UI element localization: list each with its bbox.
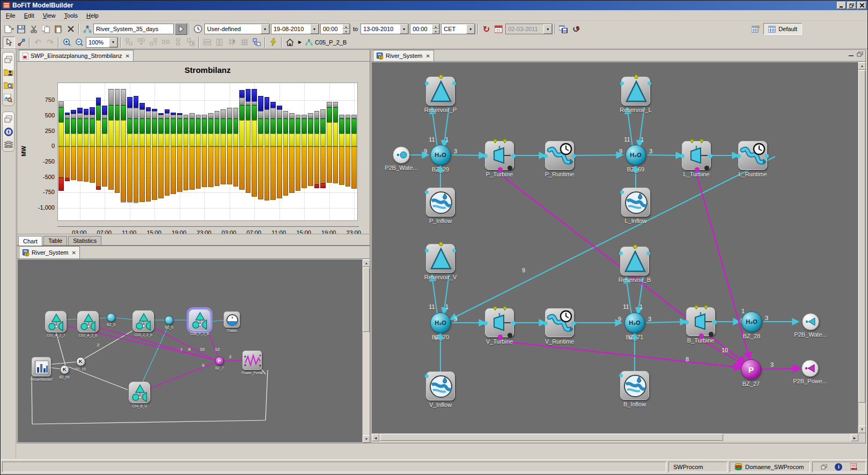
chart-view-tab-statistics[interactable]: Statistics xyxy=(68,236,101,245)
chevron-down-icon[interactable]: ▼ xyxy=(466,24,475,34)
node-v-runtime[interactable] xyxy=(545,308,574,337)
save-domain-button[interactable] xyxy=(557,23,570,35)
node-bz-6[interactable] xyxy=(165,316,173,324)
chevron-down-icon[interactable]: ▼ xyxy=(400,24,408,34)
date-to-select[interactable]: 13-09-2010▼ xyxy=(361,24,409,34)
model-name-input[interactable] xyxy=(93,24,174,34)
node-p-runtime[interactable] xyxy=(545,141,574,170)
report-icon[interactable] xyxy=(850,463,857,470)
node-bz-71[interactable]: H₂O xyxy=(624,313,645,333)
zoom-in-button[interactable] xyxy=(61,36,73,48)
menu-tools[interactable]: Tools xyxy=(60,11,82,20)
menu-view[interactable]: View xyxy=(39,11,60,20)
period-mode-select[interactable]: User-defined▼ xyxy=(204,24,270,34)
mini-vertical-scrollbar[interactable]: ▲ ▼ xyxy=(362,259,370,443)
restore-pane-icon[interactable] xyxy=(4,56,13,63)
restore-pane-icon[interactable] xyxy=(4,115,13,123)
node-l-inflow[interactable] xyxy=(621,188,650,217)
close-button[interactable] xyxy=(857,2,866,9)
menu-edit[interactable]: Edit xyxy=(20,11,39,20)
mini-diagram-canvas[interactable]: 781012632 C01_A_2_J C02_A_2_bBZ_5 C03_J_… xyxy=(18,259,363,442)
folder-user-icon[interactable] xyxy=(4,68,13,76)
connector-tool-button[interactable] xyxy=(15,36,27,48)
node-power-portal[interactable] xyxy=(242,351,262,370)
node-v-inflow[interactable] xyxy=(426,372,455,400)
restore-pane-icon[interactable] xyxy=(857,51,863,57)
node-bz-15[interactable]: K xyxy=(76,357,85,366)
node-bz-5[interactable] xyxy=(107,313,115,322)
default-view-button[interactable]: Default xyxy=(763,23,802,35)
node-reservoir-v[interactable] xyxy=(426,244,455,273)
breadcrumb-expand-icon[interactable]: ▶ xyxy=(296,36,304,48)
node-p-inflow[interactable] xyxy=(426,188,455,217)
image-search-icon[interactable] xyxy=(4,94,13,102)
main-diagram-canvas[interactable]: 11193111939111361119361931083 Reservoir_… xyxy=(372,62,858,433)
chart-view-tab-chart[interactable]: Chart xyxy=(18,236,42,246)
node-p-turbine[interactable] xyxy=(485,141,514,170)
date-from-select[interactable]: 19-08-2010▼ xyxy=(271,24,319,34)
node-p2b-power-out[interactable] xyxy=(801,360,819,377)
spin-down-icon[interactable]: ▼ xyxy=(432,29,439,34)
new-document-button[interactable] xyxy=(3,23,15,35)
node-p2b-water-out[interactable] xyxy=(802,313,819,330)
tab-river-system[interactable]: River_System ✕ xyxy=(373,50,434,61)
menu-help[interactable]: Help xyxy=(82,11,103,20)
chart-view-tab-table[interactable]: Table xyxy=(43,236,67,245)
close-icon[interactable]: ✕ xyxy=(126,53,130,59)
close-icon[interactable]: ✕ xyxy=(71,250,76,256)
paste-button[interactable] xyxy=(52,23,64,35)
info-icon[interactable]: i xyxy=(835,463,842,471)
node-b-turbine[interactable] xyxy=(686,307,715,336)
spin-up-icon[interactable]: ▲ xyxy=(432,24,439,29)
copy-button[interactable] xyxy=(40,23,52,35)
time-to-spinner[interactable]: 00:00▲▼ xyxy=(410,24,440,34)
select-cursor-button[interactable] xyxy=(3,36,15,48)
chevron-down-icon[interactable]: ▼ xyxy=(261,24,269,34)
node-v-turbine[interactable] xyxy=(485,308,514,337)
restore-button[interactable] xyxy=(847,2,856,9)
delete-button[interactable] xyxy=(64,23,77,35)
main-vertical-scrollbar[interactable]: ▲ ▼ xyxy=(858,62,865,433)
node-p2b-water-in[interactable] xyxy=(393,146,410,164)
minimize-pane-icon[interactable] xyxy=(848,51,855,57)
calendar-button[interactable] xyxy=(492,23,505,35)
node-c05[interactable] xyxy=(189,309,210,331)
timezone-select[interactable]: CET▼ xyxy=(441,24,475,34)
node-bz-69[interactable]: H₂O xyxy=(626,145,646,165)
tab-swp-einsatzplanung-strombilanz[interactable]: SWP_Einsatzplanung_Strombilanz ✕ xyxy=(19,50,134,61)
node-l-turbine[interactable] xyxy=(682,141,711,170)
cut-button[interactable] xyxy=(27,23,40,35)
zoom-level-select[interactable]: 100%▼ xyxy=(86,37,118,48)
minimize-button[interactable] xyxy=(837,2,846,9)
node-b-inflow[interactable] xyxy=(620,371,649,400)
refresh-button[interactable]: ↻ xyxy=(480,23,492,35)
main-horizontal-scrollbar[interactable]: ◀ ▶ xyxy=(372,433,858,441)
node-bz-29[interactable]: H₂O xyxy=(430,145,451,165)
reload-domain-button[interactable]: ↺ xyxy=(570,23,582,35)
breadcrumb[interactable]: C05_P_2_B xyxy=(305,39,347,46)
node-reservoir-p[interactable] xyxy=(426,77,455,106)
save-button[interactable] xyxy=(15,23,27,35)
node-c04[interactable] xyxy=(129,382,150,403)
node-bz-7[interactable]: P xyxy=(215,357,224,365)
window-restore-icon[interactable] xyxy=(821,464,827,470)
node-l-runtime[interactable] xyxy=(738,141,767,170)
spin-down-icon[interactable]: ▼ xyxy=(342,29,350,34)
close-icon[interactable]: ✕ xyxy=(425,53,430,59)
node-bz-27[interactable]: P xyxy=(741,359,761,380)
chevron-down-icon[interactable]: ▼ xyxy=(109,38,117,47)
node-reservoir-b[interactable] xyxy=(620,247,649,276)
node-c01[interactable] xyxy=(45,311,67,332)
compass-icon[interactable] xyxy=(4,128,13,136)
node-c02[interactable] xyxy=(77,311,99,332)
layers-icon[interactable] xyxy=(4,141,13,148)
folder-search-icon[interactable] xyxy=(4,81,13,89)
validate-button[interactable] xyxy=(267,36,279,48)
layout-button[interactable] xyxy=(251,36,263,48)
node-bz-70[interactable]: H₂O xyxy=(430,313,451,333)
chevron-down-icon[interactable]: ▼ xyxy=(310,24,319,34)
tab-river-system-mini[interactable]: River_System ✕ xyxy=(19,246,80,258)
run-button[interactable] xyxy=(175,23,187,35)
home-button[interactable] xyxy=(284,36,296,48)
table-new-button[interactable] xyxy=(749,23,762,35)
